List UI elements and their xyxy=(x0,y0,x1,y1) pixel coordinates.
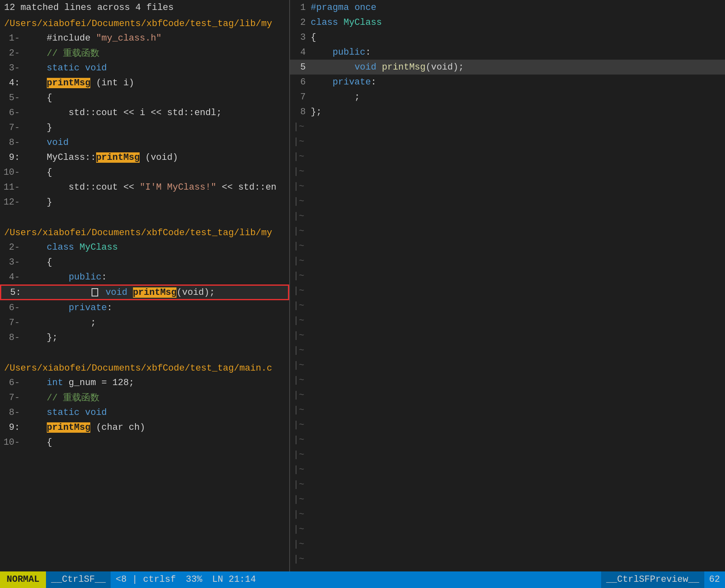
line-number: 8- xyxy=(0,407,25,418)
plugin1-extra: <8 | ctrlsf xyxy=(111,571,181,588)
file1-header: /Users/xiabofei/Documents/xbfCode/test_t… xyxy=(0,17,289,31)
line-content: } xyxy=(25,197,52,207)
code-line: 1- #include "my_class.h" xyxy=(0,31,289,46)
tilde-line: |~ xyxy=(290,313,725,328)
right-line-content: void printMsg(void); xyxy=(311,62,464,72)
line-number: 7- xyxy=(0,123,25,133)
code-line: 2- class MyClass xyxy=(0,240,289,255)
code-line: 6- std::cout << i << std::endl; xyxy=(0,105,289,120)
tilde: |~ xyxy=(290,181,304,192)
code-line: 8- void xyxy=(0,135,289,150)
tilde-line: |~ xyxy=(290,224,725,239)
tilde: |~ xyxy=(290,360,304,371)
right-line-content: #pragma once xyxy=(311,2,376,13)
tilde: |~ xyxy=(290,226,304,236)
line-content: printMsg (int i) xyxy=(25,78,134,88)
code-line: 10- { xyxy=(0,165,289,180)
code-line: 2- // 重载函数 xyxy=(0,46,289,60)
line-number: 10- xyxy=(0,167,25,178)
tilde: |~ xyxy=(290,539,304,549)
code-line-redbox: 5: void printMsg(void); xyxy=(0,284,289,300)
tilde: |~ xyxy=(290,420,304,430)
line-number: 4: xyxy=(0,78,25,88)
tilde-line: |~ xyxy=(290,164,725,179)
status-right: __CtrlSFPreview__ 62 xyxy=(601,571,725,588)
line-number: 10- xyxy=(0,437,25,448)
right-panel: 1 #pragma once 2 class MyClass 3 { 4 pub… xyxy=(290,0,725,571)
line-number: 7- xyxy=(0,318,25,328)
line-number: 12- xyxy=(0,197,25,207)
line-content: public: xyxy=(25,272,107,282)
right-line-number: 1 xyxy=(290,2,311,13)
line-content: } xyxy=(25,123,52,133)
tilde-line: |~ xyxy=(290,447,725,462)
cursor-position: LN 21:14 xyxy=(207,571,261,588)
tilde-line: |~ xyxy=(290,492,725,507)
tilde: |~ xyxy=(290,152,304,162)
tilde: |~ xyxy=(290,509,304,520)
tilde-line: |~ xyxy=(290,239,725,253)
code-line: 8- }; xyxy=(0,330,289,345)
left-panel: 12 matched lines across 4 files /Users/x… xyxy=(0,0,290,571)
line-content: { xyxy=(25,257,52,267)
code-line: 3- static void xyxy=(0,60,289,75)
right-code-line: 7 ; xyxy=(290,89,725,104)
right-line-number: 7 xyxy=(290,92,311,102)
code-line: 6- private: xyxy=(0,300,289,315)
line-content: static void xyxy=(25,407,107,418)
tilde-line: |~ xyxy=(290,179,725,194)
tilde-line: |~ xyxy=(290,417,725,432)
line-number: 3- xyxy=(0,63,25,73)
code-line: 10- { xyxy=(0,435,289,450)
tilde: |~ xyxy=(290,166,304,177)
tilde: |~ xyxy=(290,286,304,296)
line-content: { xyxy=(25,437,52,448)
line-content: MyClass::printMsg (void) xyxy=(25,152,178,163)
right-line-content: class MyClass xyxy=(311,17,382,28)
line-content: std::cout << "I'M MyClass!" << std::en xyxy=(25,182,276,193)
code-line: 8- static void xyxy=(0,405,289,420)
line-number: 9: xyxy=(0,422,25,433)
line-number: 2- xyxy=(0,48,25,58)
right-line-number: 6 xyxy=(290,77,311,87)
file3-path: /Users/xiabofei/Documents/xbfCode/test_t… xyxy=(4,363,272,374)
line-number: 6- xyxy=(0,108,25,118)
tilde-line: |~ xyxy=(290,194,725,209)
file1-path: /Users/xiabofei/Documents/xbfCode/test_t… xyxy=(4,19,272,29)
tilde-line: |~ xyxy=(290,343,725,358)
tilde: |~ xyxy=(290,390,304,400)
right-line-content: private: xyxy=(311,77,376,87)
right-code-line: 3 { xyxy=(290,30,725,45)
line-number: 4- xyxy=(0,272,25,282)
line-number: 2- xyxy=(0,242,25,253)
tilde: |~ xyxy=(290,345,304,356)
line-content: int g_num = 128; xyxy=(25,378,134,388)
tilde-line xyxy=(0,345,289,360)
line-number: 3- xyxy=(0,257,25,267)
tilde: |~ xyxy=(290,301,304,311)
code-line: 5- { xyxy=(0,90,289,105)
code-line-matched: 4: printMsg (int i) xyxy=(0,75,289,90)
tilde: |~ xyxy=(290,405,304,415)
tilde: |~ xyxy=(290,494,304,505)
code-line: 7- ; xyxy=(0,315,289,330)
plugin2-label: __CtrlSFPreview__ xyxy=(601,571,704,588)
tilde-line: |~ xyxy=(290,283,725,298)
tilde-line: |~ xyxy=(290,432,725,447)
right-line-number: 3 xyxy=(290,32,311,43)
line-content: { xyxy=(25,93,52,103)
right-line-content: ; xyxy=(311,92,360,102)
tilde-line: |~ xyxy=(290,462,725,477)
tilde: |~ xyxy=(290,316,304,326)
status-col: 62 xyxy=(704,571,725,588)
right-line-content: }; xyxy=(311,107,321,117)
right-code-line: 8 }; xyxy=(290,104,725,119)
tilde-line: |~ xyxy=(290,358,725,373)
tilde-line: |~ xyxy=(290,328,725,343)
cursor-box xyxy=(92,288,98,296)
code-line-matched: 9: MyClass::printMsg (void) xyxy=(0,150,289,165)
line-number: 5: xyxy=(1,287,26,298)
right-code-line-active: 5 void printMsg(void); xyxy=(290,60,725,75)
tilde-line: |~ xyxy=(290,149,725,164)
line-content: printMsg (char ch) xyxy=(25,422,145,433)
